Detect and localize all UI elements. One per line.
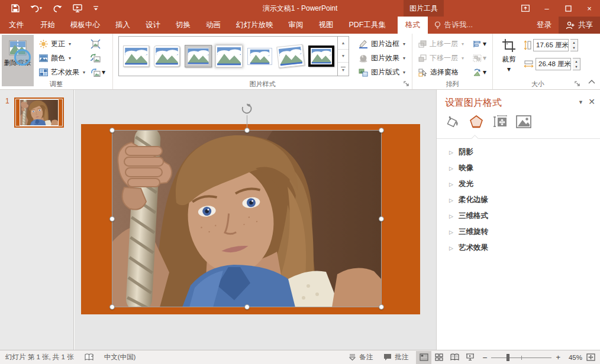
artistic-effects-button[interactable]: 艺术效果 ▾ (37, 66, 87, 79)
pane-options-button[interactable]: ▼ (578, 99, 583, 105)
reset-picture-button[interactable]: ▾ (89, 66, 107, 79)
slide-thumbnail[interactable] (14, 98, 64, 128)
tell-me-box[interactable]: 告诉我... (428, 17, 479, 34)
tab-template-center[interactable]: 模板中心 (63, 17, 108, 34)
picture-layout-button[interactable]: 图片版式 ▾ (357, 66, 407, 79)
picture-style-option[interactable] (154, 38, 180, 74)
slideshow-view-button[interactable] (462, 351, 478, 364)
comments-button[interactable]: 批注 (378, 350, 414, 364)
gallery-more-button[interactable]: ▼ (338, 63, 349, 76)
picture-effects-button[interactable]: 图片效果 ▾ (357, 51, 407, 65)
shape-height-input[interactable]: 17.65 厘米 (533, 39, 569, 51)
spin-up-icon[interactable]: ▲ (573, 58, 580, 64)
section-3d-format[interactable]: ▷三维格式 (437, 208, 600, 224)
picture-border-button[interactable]: 图片边框 ▾ (357, 37, 407, 51)
zoom-percentage[interactable]: 45% (564, 354, 582, 361)
picture-style-option[interactable] (216, 38, 243, 74)
tab-picture[interactable] (516, 113, 531, 130)
tab-view[interactable]: 视图 (311, 17, 341, 34)
customize-qat-button[interactable] (88, 0, 104, 17)
shape-width-spinner[interactable]: ▲▼ (573, 58, 580, 70)
normal-view-icon (420, 353, 428, 361)
tab-animations[interactable]: 动画 (198, 17, 228, 34)
gallery-scroll-down-button[interactable]: ▼ (338, 50, 349, 63)
tab-review[interactable]: 审阅 (281, 17, 311, 34)
tab-pdf-tools[interactable]: PDF工具集 (341, 17, 394, 34)
slide-sorter-view-button[interactable] (431, 351, 447, 364)
tab-effects[interactable] (469, 113, 484, 130)
color-button[interactable]: 颜色 ▾ (37, 51, 87, 65)
girl-with-rope-picture[interactable] (112, 131, 382, 307)
slideshow-icon (466, 353, 475, 361)
ribbon-display-options-button[interactable] (515, 0, 536, 17)
zoom-slider[interactable] (491, 353, 551, 362)
pane-close-button[interactable]: ✕ (588, 97, 595, 106)
fit-slide-to-window-button[interactable] (586, 353, 595, 361)
change-picture-button[interactable] (89, 51, 107, 64)
spin-down-icon[interactable]: ▼ (570, 46, 578, 51)
tab-size-and-properties[interactable] (492, 113, 508, 130)
tab-file[interactable]: 文件 (0, 17, 33, 34)
selection-pane-button[interactable]: 选择窗格 (417, 66, 466, 79)
expand-arrow-icon: ▷ (449, 229, 453, 235)
save-button[interactable] (6, 0, 25, 17)
pentagon-effects-icon (469, 115, 483, 129)
tab-design[interactable]: 设计 (138, 17, 168, 34)
section-artistic-effects[interactable]: ▷艺术效果 (437, 240, 600, 256)
tab-insert[interactable]: 插入 (108, 17, 138, 34)
picture-style-option[interactable] (185, 38, 212, 74)
compress-pictures-button[interactable] (89, 37, 107, 50)
send-backward-button[interactable]: 下移一层 ▾ (417, 51, 466, 65)
zoom-out-button[interactable]: − (482, 353, 487, 362)
group-button[interactable]: ▾ (472, 51, 488, 64)
gallery-scroll-up-button[interactable]: ▲ (338, 37, 349, 50)
maximize-button[interactable] (557, 0, 579, 17)
spin-down-icon[interactable]: ▼ (573, 64, 580, 70)
picture-style-option[interactable] (246, 38, 273, 74)
shape-height-spinner[interactable]: ▲▼ (570, 39, 578, 51)
section-shadow[interactable]: ▷阴影 (437, 144, 600, 160)
tab-transitions[interactable]: 切换 (168, 17, 198, 34)
spin-up-icon[interactable]: ▲ (570, 40, 578, 46)
titlebar: ▾ 演示文稿1 - PowerPoint 图片工具 (0, 0, 600, 17)
tab-fill-and-line[interactable] (445, 113, 460, 130)
picture-style-option[interactable] (123, 38, 150, 74)
bring-forward-button[interactable]: 上移一层 ▾ (417, 37, 466, 51)
rotate-handle[interactable] (241, 103, 253, 116)
picture-style-option[interactable] (277, 38, 304, 74)
picture-style-option[interactable] (308, 38, 334, 74)
collapse-ribbon-button[interactable] (588, 77, 595, 86)
gallery-scroll: ▲ ▼ ▼ (337, 37, 349, 76)
tab-slideshow[interactable]: 幻灯片放映 (228, 17, 281, 34)
section-reflection[interactable]: ▷映像 (437, 160, 600, 176)
normal-view-button[interactable] (416, 351, 431, 364)
start-from-beginning-button[interactable] (67, 0, 88, 17)
slide-counter[interactable]: 幻灯片 第 1 张, 共 1 张 (0, 350, 79, 364)
notes-button[interactable]: 备注 (343, 350, 378, 364)
reading-view-button[interactable] (447, 351, 462, 364)
zoom-slider-thumb[interactable] (507, 354, 509, 361)
shape-width-input[interactable]: 26.48 厘米 (536, 58, 571, 70)
language-button[interactable]: 中文(中国) (99, 350, 141, 364)
pane-sections: ▷阴影 ▷映像 ▷发光 ▷柔化边缘 ▷三维格式 ▷三维旋转 ▷艺术效果 (437, 144, 600, 256)
rotate-button[interactable]: ▾ (472, 66, 488, 79)
tab-home[interactable]: 开始 (33, 17, 63, 34)
corrections-button[interactable]: 更正 ▾ (37, 37, 87, 51)
sign-in-button[interactable]: 登录 (530, 17, 559, 34)
slide[interactable] (81, 124, 420, 314)
undo-button[interactable]: ▾ (25, 0, 47, 17)
section-soft-edges[interactable]: ▷柔化边缘 (437, 192, 600, 208)
crop-button[interactable]: 裁剪 ▾ (496, 35, 521, 86)
pane-tab-indicator (437, 136, 600, 142)
minimize-button[interactable]: – (536, 0, 557, 17)
align-button[interactable]: ▾ (472, 37, 488, 50)
section-3d-rotation[interactable]: ▷三维旋转 (437, 224, 600, 240)
close-button[interactable]: × (579, 0, 600, 17)
tab-format[interactable]: 格式 (398, 17, 428, 34)
share-button[interactable]: 共享 (559, 17, 600, 34)
section-glow[interactable]: ▷发光 (437, 176, 600, 192)
proofing-button[interactable] (79, 350, 99, 364)
redo-button[interactable] (47, 0, 67, 17)
rotate-icon (241, 103, 253, 115)
zoom-in-button[interactable]: + (556, 353, 560, 362)
